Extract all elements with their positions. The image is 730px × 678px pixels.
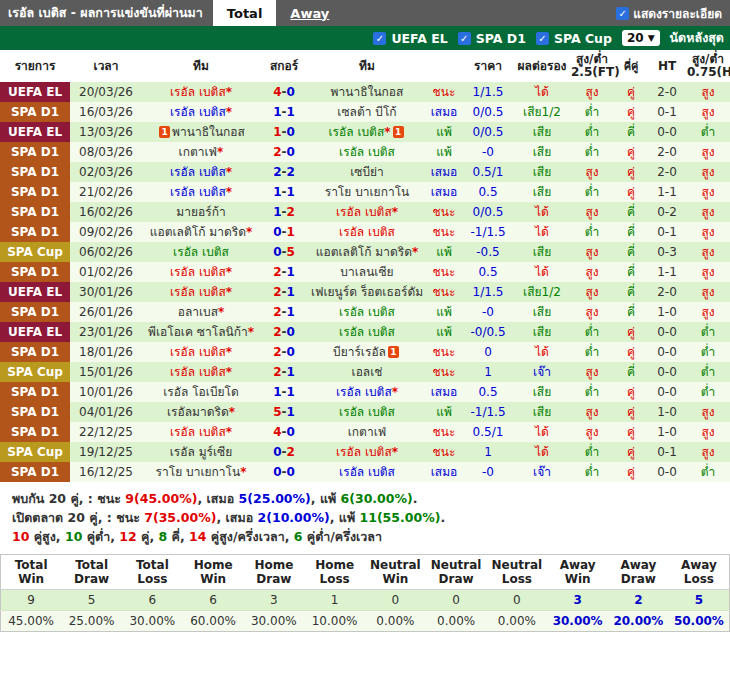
stats-percent-value: 0.00%: [365, 611, 426, 632]
odd-even-cell: คู่: [614, 342, 648, 362]
home-team-name[interactable]: ราโย บาเยกาโน: [156, 465, 241, 479]
away-team-name[interactable]: เรอัล เบติส: [339, 225, 395, 239]
home-team-name[interactable]: เกตาเฟ่: [179, 145, 218, 159]
odd-even-cell: คู่: [614, 82, 648, 102]
match-date: 21/02/26: [70, 182, 142, 202]
home-team-name[interactable]: มายอร์ก้า: [176, 205, 225, 219]
home-team-name[interactable]: เรอัล เบติส: [173, 245, 229, 259]
match-date: 22/12/25: [70, 422, 142, 442]
home-team-name[interactable]: เรอัล เบติส: [170, 345, 226, 359]
home-score: 2: [273, 265, 281, 279]
show-details-toggle[interactable]: ✓ แสดงรายละเอียด: [616, 0, 730, 26]
away-team-name[interactable]: ราโย บาเยกาโน: [325, 185, 410, 199]
away-team-name[interactable]: พานาธิในกอส: [331, 85, 404, 99]
away-team-name[interactable]: เรอัล เบติส: [336, 385, 392, 399]
home-team-name[interactable]: เรอัล เบติส: [170, 365, 226, 379]
score-cell: 4-0: [260, 82, 308, 102]
home-team-name[interactable]: อลาเบส: [178, 305, 218, 319]
home-team-name[interactable]: เรอัล เบติส: [170, 185, 226, 199]
result-text: เสมอ: [431, 166, 458, 178]
ht-score-cell: 0-0: [648, 382, 686, 402]
home-score: 1: [273, 125, 281, 139]
handicap-result-cell: เสีย: [514, 182, 570, 202]
over-under-ht-cell: สูง: [686, 222, 730, 242]
away-team-name[interactable]: แอตเลติโก้ มาดริด: [316, 245, 412, 259]
score-cell: 5-1: [260, 402, 308, 422]
home-team-cell: 1เรอัล เบติส*: [142, 342, 260, 362]
away-score: 1: [286, 365, 294, 379]
over-under-ft-cell: สูง: [570, 82, 614, 102]
away-team-name[interactable]: เซลต้า บีโก้: [337, 105, 396, 119]
score-cell: 2-1: [260, 282, 308, 302]
match-count-select[interactable]: 20 ▼: [622, 30, 660, 46]
tab-away[interactable]: Away: [276, 0, 343, 26]
away-team-name[interactable]: เรอัล เบติส: [328, 125, 384, 139]
home-team-name[interactable]: เรอัล เบติส: [170, 425, 226, 439]
away-team-cell: เฟเยนูร์ด ร็อตเธอร์ดัม*1: [308, 282, 426, 302]
competition-badge: UEFA EL: [0, 122, 70, 142]
home-score: 2: [273, 325, 281, 339]
away-team-name[interactable]: เรอัล เบติส: [339, 145, 395, 159]
checkbox-checked-icon[interactable]: ✓: [616, 7, 629, 20]
home-team-name[interactable]: เรอัล เบติส: [170, 265, 226, 279]
home-team-name[interactable]: พานาธิในกอส: [172, 125, 245, 139]
over-under-ft-cell: ต่ำ: [570, 342, 614, 362]
odd-even-cell: คี่: [614, 202, 648, 222]
handicap-result-text: เสีย: [533, 145, 551, 159]
result-cell: ชนะ: [426, 202, 462, 222]
away-team-name[interactable]: เรอัล เบติส: [339, 325, 395, 339]
home-score: 1: [273, 385, 281, 399]
away-team-name[interactable]: บียาร์เรอัล: [333, 345, 386, 359]
home-team-name[interactable]: เรอัล เบติส: [170, 85, 226, 99]
away-team-name[interactable]: เรอัล เบติส: [336, 445, 392, 459]
match-row: UEFA EL 13/03/26 1พานาธิในกอส* 1-0 เรอัล…: [0, 122, 730, 142]
summary-segment: เปิดตลาด 20 คู่, : ชนะ: [12, 510, 144, 525]
home-team-name[interactable]: พีเอโอเค ซาโลนิก้า: [148, 325, 248, 339]
home-team-cell: 1เรอัล โอเบียโด*: [142, 382, 260, 402]
over-under-ft-cell: สูง: [570, 302, 614, 322]
result-cell: แพ้: [426, 242, 462, 262]
over-under-ft-text: ต่ำ: [585, 225, 600, 239]
stats-percent-value: 0.00%: [426, 611, 487, 632]
away-team-name[interactable]: เซบีย่า: [350, 165, 384, 179]
home-team-name[interactable]: แอตเลติโก้ มาดริด: [150, 225, 246, 239]
competition-badge: SPA D1: [0, 222, 70, 242]
filter-spa-cup[interactable]: ✓ SPA Cup: [536, 31, 612, 46]
away-team-name[interactable]: เฟเยนูร์ด ร็อตเธอร์ดัม: [311, 285, 423, 299]
away-score: 1: [286, 105, 294, 119]
summary-segment: คี่,: [167, 529, 189, 544]
tab-total[interactable]: Total: [213, 0, 277, 26]
away-team-cell: เรอัล เบติส*1: [308, 142, 426, 162]
home-team-cell: 1แอตเลติโก้ มาดริด*: [142, 222, 260, 242]
home-team-cell: 1มายอร์ก้า*: [142, 202, 260, 222]
away-team-name[interactable]: เรอัล เบติส: [339, 465, 395, 479]
odd-even-text: คี่: [627, 305, 635, 319]
home-team-name[interactable]: เรอัล เบติส: [170, 105, 226, 119]
filter-spa-d1[interactable]: ✓ SPA D1: [458, 31, 526, 46]
checkbox-checked-icon[interactable]: ✓: [536, 32, 549, 45]
away-team-name[interactable]: เกตาเฟ่: [348, 425, 387, 439]
checkbox-checked-icon[interactable]: ✓: [458, 32, 471, 45]
home-team-name[interactable]: เรอัล เบติส: [170, 285, 226, 299]
price-cell: 0/0.5: [462, 122, 514, 142]
away-team-name[interactable]: เรอัล เบติส: [336, 205, 392, 219]
checkbox-checked-icon[interactable]: ✓: [373, 32, 386, 45]
home-score: 1: [273, 105, 281, 119]
home-team-name[interactable]: เรอัล เบติส: [170, 165, 226, 179]
away-score: 5: [286, 245, 294, 259]
home-team-cell: 1อลาเบส*: [142, 302, 260, 322]
filter-uefa-el[interactable]: ✓ UEFA EL: [373, 31, 447, 46]
summary-segment: คู่ต่ำ,: [82, 529, 119, 544]
away-team-name[interactable]: เรอัล เบติส: [339, 405, 395, 419]
away-team-name[interactable]: เอลเช่: [352, 365, 383, 379]
match-row: SPA Cup 15/01/26 1เรอัล เบติส* 2-1 เอลเช…: [0, 362, 730, 382]
home-team-name[interactable]: เรอัล มูร์เซีย: [170, 445, 233, 459]
over-under-ht-text: ต่ำ: [701, 385, 716, 399]
col-away-team: ทีม: [308, 50, 426, 82]
odd-even-text: คี่: [627, 205, 635, 219]
away-team-name[interactable]: เรอัล เบติส: [339, 305, 395, 319]
away-team-name[interactable]: บาเลนเซีย: [340, 265, 393, 279]
home-team-name[interactable]: เรอัลมาดริด: [167, 405, 229, 419]
summary-segment: พบกัน 20 คู่, : ชนะ: [12, 491, 125, 506]
home-team-name[interactable]: เรอัล โอเบียโด: [163, 385, 239, 399]
